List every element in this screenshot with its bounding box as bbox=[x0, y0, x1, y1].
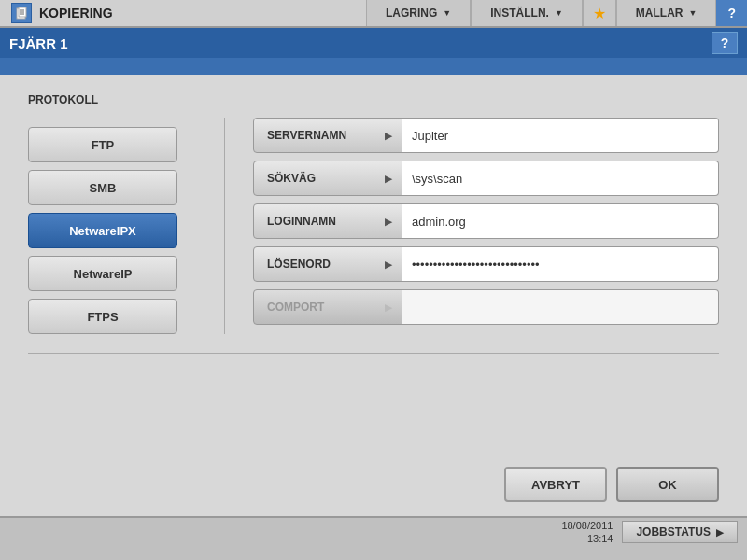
top-navigation: KOPIERING LAGRING ▼ INSTÄLLN. ▼ ★ MALLAR… bbox=[0, 0, 747, 28]
jobbstatus-button[interactable]: JOBBSTATUS ▶ bbox=[622, 521, 738, 543]
chevron-right-icon: ▶ bbox=[385, 174, 392, 184]
app-title-area: KOPIERING bbox=[0, 0, 124, 26]
tab-mallar[interactable]: MALLAR ▼ bbox=[616, 0, 717, 26]
sub-help-button[interactable]: ? bbox=[712, 32, 738, 54]
protocol-section-label: PROTOKOLL bbox=[28, 93, 719, 106]
servernamn-row: SERVERNAMN ▶ bbox=[253, 118, 719, 153]
proto-ftp-button[interactable]: FTP bbox=[28, 127, 177, 162]
favorites-tab[interactable]: ★ bbox=[583, 0, 616, 26]
chevron-right-icon: ▶ bbox=[385, 131, 392, 141]
footer: 18/08/201113:14 JOBBSTATUS ▶ bbox=[0, 516, 747, 546]
loginnamn-row: LOGINNAMN ▶ bbox=[253, 203, 719, 239]
tab-lagring[interactable]: LAGRING ▼ bbox=[366, 0, 471, 26]
proto-netwareip-button[interactable]: NetwareIP bbox=[28, 256, 177, 291]
losenord-label-button[interactable]: LÖSENORD ▶ bbox=[253, 246, 402, 282]
vertical-divider bbox=[224, 118, 225, 334]
proto-netwareipx-button[interactable]: NetwareIPX bbox=[28, 213, 177, 248]
comport-input bbox=[402, 289, 719, 325]
proto-ftps-button[interactable]: FTPS bbox=[28, 299, 177, 334]
protocol-column: FTP SMB NetwareIPX NetwareIP FTPS bbox=[28, 118, 196, 334]
proto-smb-button[interactable]: SMB bbox=[28, 170, 177, 205]
nav-tabs: LAGRING ▼ INSTÄLLN. ▼ ★ MALLAR ▼ ? bbox=[366, 0, 747, 26]
tab-installningar[interactable]: INSTÄLLN. ▼ bbox=[471, 0, 583, 26]
content-row: FTP SMB NetwareIPX NetwareIP FTPS SERVER… bbox=[28, 118, 719, 334]
main-content: PROTOKOLL FTP SMB NetwareIPX NetwareIP F… bbox=[0, 75, 747, 467]
star-icon: ★ bbox=[593, 5, 606, 22]
chevron-right-icon: ▶ bbox=[716, 527, 724, 538]
loginnamn-label-button[interactable]: LOGINNAMN ▶ bbox=[253, 203, 402, 239]
footer-time: 18/08/201113:14 bbox=[561, 519, 613, 546]
servernamn-label-button[interactable]: SERVERNAMN ▶ bbox=[253, 118, 402, 153]
sokvag-input[interactable] bbox=[402, 161, 719, 196]
form-column: SERVERNAMN ▶ SÖKVÄG ▶ LOGINNAMN ▶ bbox=[253, 118, 719, 334]
chevron-down-icon: ▼ bbox=[689, 8, 698, 18]
blue-band bbox=[0, 58, 747, 75]
section-divider bbox=[28, 353, 719, 354]
sokvag-row: SÖKVÄG ▶ bbox=[253, 161, 719, 196]
chevron-down-icon: ▼ bbox=[443, 8, 451, 18]
app-title: KOPIERING bbox=[39, 6, 113, 21]
chevron-down-icon: ▼ bbox=[555, 8, 563, 18]
losenord-input[interactable] bbox=[402, 246, 719, 282]
chevron-right-icon: ▶ bbox=[385, 259, 392, 270]
sub-header: FJÄRR 1 ? bbox=[0, 28, 747, 58]
chevron-right-icon: ▶ bbox=[385, 302, 392, 313]
sokvag-label-button[interactable]: SÖKVÄG ▶ bbox=[253, 161, 402, 196]
kopiering-icon bbox=[11, 3, 32, 23]
comport-label-button: COMPORT ▶ bbox=[253, 289, 402, 325]
chevron-right-icon: ▶ bbox=[385, 217, 392, 227]
page-title: FJÄRR 1 bbox=[9, 35, 68, 51]
ok-button[interactable]: OK bbox=[616, 467, 719, 502]
cancel-button[interactable]: AVBRYT bbox=[504, 467, 607, 502]
losenord-row: LÖSENORD ▶ bbox=[253, 246, 719, 282]
loginnamn-input[interactable] bbox=[402, 203, 719, 239]
top-help-button[interactable]: ? bbox=[716, 0, 747, 26]
servernamn-input[interactable] bbox=[402, 118, 719, 153]
comport-row: COMPORT ▶ bbox=[253, 289, 719, 325]
bottom-bar: AVBRYT OK bbox=[0, 467, 747, 516]
